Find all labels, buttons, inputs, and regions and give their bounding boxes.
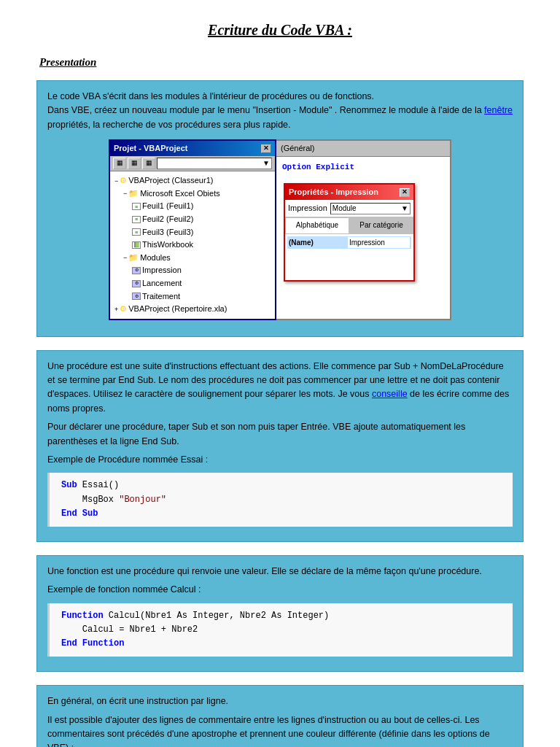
general-label: (Général) xyxy=(281,142,314,155)
function-signature: Calcul(Nbre1 As Integer, Nbre2 As Intege… xyxy=(109,611,329,621)
comment-text2: Il est possible d'ajouter des lignes de … xyxy=(47,713,513,747)
msgbox-str: "Bonjour" xyxy=(119,495,166,505)
procedure-text2: Pour déclarer une procédure, taper Sub e… xyxy=(47,420,513,449)
properties-type-dropdown[interactable]: Module ▼ xyxy=(330,203,411,214)
code-line-calcul: Calcul = Nbre1 + Nbre2 xyxy=(61,623,501,637)
tree-label: Feuil1 (Feuil1) xyxy=(142,200,193,213)
expand-icon: − xyxy=(123,252,127,263)
folder-icon: 📁 xyxy=(128,252,139,265)
properties-tabs: Alphabétique Par catégorie xyxy=(285,217,413,234)
procedure-text: Une procédure est une suite d'instructio… xyxy=(47,360,513,417)
tree-item-vbaproject-classeur[interactable]: − ⚙ VBAProject (Classeur1) xyxy=(112,174,273,187)
tree-label: Modules xyxy=(140,252,171,265)
toolbar-btn-3[interactable]: ▦ xyxy=(142,158,155,169)
tree-item-feuil1[interactable]: ≡ Feuil1 (Feuil1) xyxy=(112,200,273,213)
tree-label: Impression xyxy=(142,264,182,277)
sub-name: Essai() xyxy=(77,480,120,490)
tree-label: ThisWorkbook xyxy=(142,239,193,252)
vbe-screenshot: Projet - VBAProject ✕ ▦ ▦ ▦ ▼ − ⚙ xyxy=(109,139,451,320)
module-icon: ⚙ xyxy=(132,267,141,274)
prop-name-val: Impression xyxy=(348,237,410,249)
page-title: Ecriture du Code VBA : xyxy=(36,22,524,39)
vba-project-title: Projet - VBAProject xyxy=(114,142,187,155)
procedure-example-label: Exemple de Procédure nommée Essai : xyxy=(47,453,513,467)
properties-close-button[interactable]: ✕ xyxy=(400,188,410,197)
vba-project-titlebar: Projet - VBAProject ✕ xyxy=(110,141,275,156)
module-icon: ⚙ xyxy=(132,280,141,287)
tree-label: Feuil2 (Feuil2) xyxy=(142,213,193,226)
function-text1: Une fonction est une procédure qui renvo… xyxy=(47,565,513,578)
tab-par-categorie[interactable]: Par catégorie xyxy=(349,217,413,233)
code-line-endsub: End Sub xyxy=(61,507,501,521)
tree-label: Microsoft Excel Obiets xyxy=(140,187,219,201)
function-example-label: Exemple de fonction nommée Calcul : xyxy=(47,583,513,597)
impression-label: Impression xyxy=(288,202,327,214)
tree-item-thisworkbook[interactable]: 📗 ThisWorkbook xyxy=(112,239,273,252)
code-line-sub: Sub Essai() xyxy=(61,479,501,492)
code-line-function: Function Calcul(Nbre1 As Integer, Nbre2 … xyxy=(61,609,501,623)
tree-item-lancement[interactable]: ⚙ Lancement xyxy=(112,277,273,290)
tree-item-modules-folder[interactable]: − 📁 Modules xyxy=(112,252,273,265)
calcul-body: Calcul = Nbre1 + Nbre2 xyxy=(61,624,198,635)
toolbar-dropdown[interactable]: ▼ xyxy=(157,158,272,169)
sub-keyword: Sub xyxy=(61,480,77,490)
code-editor-header: (Général) xyxy=(276,141,450,157)
tree-label: Feuil3 (Feuil3) xyxy=(142,226,193,239)
code-block-essai: Sub Essai() MsgBox "Bonjour" End Sub xyxy=(47,473,513,527)
conseille-link[interactable]: conseille xyxy=(372,389,408,399)
intro-line1: Le code VBA s'écrit dans les modules à l… xyxy=(47,90,513,104)
workbook-icon: 📗 xyxy=(132,241,141,249)
tree-item-impression[interactable]: ⚙ Impression xyxy=(112,264,273,277)
tree-item-feuil3[interactable]: ≡ Feuil3 (Feuil3) xyxy=(112,226,273,239)
tree-item-traitement[interactable]: ⚙ Traitement xyxy=(112,290,273,303)
close-button[interactable]: ✕ xyxy=(261,144,271,153)
code-line-msgbox: MsgBox "Bonjour" xyxy=(61,493,501,507)
fenetre-link[interactable]: fenêtre xyxy=(484,105,513,115)
comment-text1: En général, on écrit une instruction par… xyxy=(47,694,513,708)
endfunction-keyword: End Function xyxy=(61,638,124,649)
code-editor-body[interactable]: Option Explicit xyxy=(276,157,450,178)
prop-name-key: (Name) xyxy=(289,237,348,249)
endsub-keyword: End Sub xyxy=(61,508,98,519)
option-explicit: Option Explicit xyxy=(282,163,354,171)
expand-icon: − xyxy=(123,188,127,198)
vbaproject-icon: ⚙ xyxy=(120,174,127,187)
function-box: Une fonction est une procédure qui renvo… xyxy=(36,555,524,672)
vba-tree: − ⚙ VBAProject (Classeur1) − 📁 Microsoft… xyxy=(110,171,275,319)
toolbar-btn-1[interactable]: ▦ xyxy=(113,158,126,169)
folder-icon: 📁 xyxy=(128,187,139,201)
tree-label: Lancement xyxy=(142,277,182,290)
properties-title: Propriétés - Impression xyxy=(289,186,378,198)
procedure-box: Une procédure est une suite d'instructio… xyxy=(36,350,524,542)
code-block-calcul: Function Calcul(Nbre1 As Integer, Nbre2 … xyxy=(47,603,513,657)
msgbox-call: MsgBox xyxy=(61,495,119,505)
intro-line2: Dans VBE, créez un nouveau module par le… xyxy=(47,104,513,132)
toolbar-btn-2[interactable]: ▦ xyxy=(128,158,141,169)
tree-item-feuil2[interactable]: ≡ Feuil2 (Feuil2) xyxy=(112,213,273,226)
expand-icon: − xyxy=(114,176,118,186)
sheet-icon: ≡ xyxy=(132,203,141,210)
tree-label: VBAProject (Repertoire.xla) xyxy=(128,303,227,316)
code-line-endfunction: End Function xyxy=(61,637,501,651)
vba-project-panel: Projet - VBAProject ✕ ▦ ▦ ▦ ▼ − ⚙ xyxy=(109,139,276,320)
module-label: Module xyxy=(332,203,357,214)
sheet-icon: ≡ xyxy=(132,228,141,236)
section-heading: Presentation xyxy=(36,56,524,69)
tree-label: Traitement xyxy=(142,290,180,303)
sheet-icon: ≡ xyxy=(132,216,141,223)
comment-box: En général, on écrit une instruction par… xyxy=(36,685,524,747)
tree-item-excel-objects[interactable]: − 📁 Microsoft Excel Obiets xyxy=(112,187,273,201)
tab-alphabetique[interactable]: Alphabétique xyxy=(285,217,349,233)
properties-grid: (Name) Impression xyxy=(285,234,413,252)
properties-name-row: (Name) Impression xyxy=(287,236,411,249)
tree-item-vbaproject-repertoire[interactable]: + ⚙ VBAProject (Repertoire.xla) xyxy=(112,303,273,316)
module-icon: ⚙ xyxy=(132,293,141,300)
expand-icon: + xyxy=(114,304,118,314)
function-keyword: Function xyxy=(61,611,104,621)
properties-popup: Propriétés - Impression ✕ Impression Mod… xyxy=(284,183,415,282)
vbaproject-icon: ⚙ xyxy=(120,303,127,316)
properties-dropdown-row: Impression Module ▼ xyxy=(285,200,413,217)
tree-label: VBAProject (Classeur1) xyxy=(128,174,213,187)
properties-titlebar: Propriétés - Impression ✕ xyxy=(285,185,413,200)
intro-box: Le code VBA s'écrit dans les modules à l… xyxy=(36,80,524,337)
